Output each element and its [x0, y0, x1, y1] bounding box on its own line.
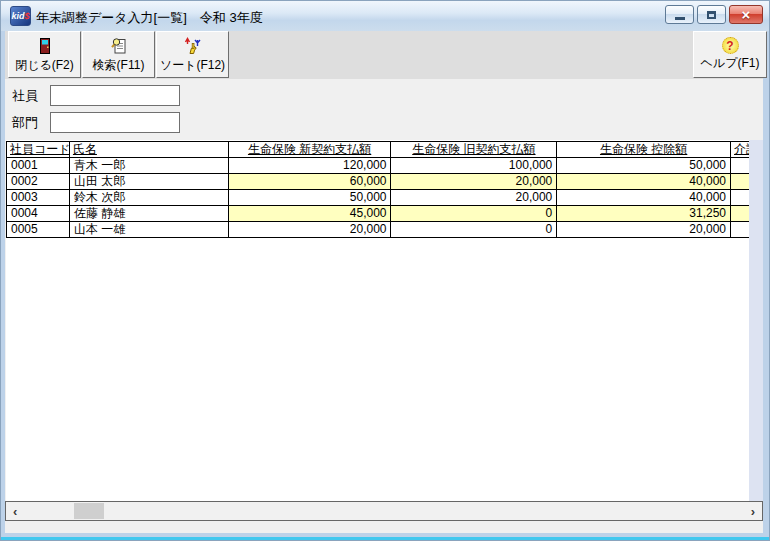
toolbar-button-label: 検索(F11) — [93, 57, 145, 74]
column-header-label: 氏名 — [73, 142, 97, 158]
cell[interactable]: 山本 一雄 — [70, 222, 229, 238]
data-grid: 社員コード氏名生命保険 新契約支払額生命保険 旧契約支払額生命保険 控除額介護 … — [6, 141, 749, 238]
cell[interactable]: 20,000 — [557, 222, 731, 238]
department-label: 部門 — [12, 114, 46, 132]
close-button[interactable]: × — [729, 5, 763, 24]
window-title: 年末調整データ入力[一覧] 令和 3年度 — [36, 9, 263, 27]
panel-right-gutter — [749, 140, 763, 501]
cell[interactable] — [731, 206, 749, 222]
cell[interactable]: 鈴木 次郎 — [70, 190, 229, 206]
cell[interactable]: 20,000 — [391, 174, 557, 190]
table-header: 社員コード氏名生命保険 新契約支払額生命保険 旧契約支払額生命保険 控除額介護 — [6, 141, 749, 158]
department-field-row: 部門 — [12, 112, 46, 133]
employee-field-row: 社員 — [12, 85, 46, 106]
minimize-icon — [675, 17, 685, 20]
title-bar[interactable]: kid$ 年末調整データ入力[一覧] 令和 3年度 × — [1, 1, 770, 31]
employee-input[interactable] — [50, 85, 180, 106]
column-header-3[interactable]: 生命保険 旧契約支払額 — [391, 142, 557, 158]
column-header-2[interactable]: 生命保険 新契約支払額 — [229, 142, 392, 158]
toolbar: 閉じる(F2) 検索(F11) — [5, 31, 763, 79]
column-header-0[interactable]: 社員コード — [7, 142, 70, 158]
door-icon — [35, 36, 55, 56]
table-row: 0004佐藤 静雄45,000031,250 — [6, 206, 749, 222]
cell[interactable]: 佐藤 静雄 — [70, 206, 229, 222]
table-row: 0005山本 一雄20,000020,000 — [6, 222, 749, 238]
search-button[interactable]: 検索(F11) — [82, 31, 155, 78]
cell[interactable]: 50,000 — [229, 190, 392, 206]
cell[interactable]: 31,250 — [557, 206, 731, 222]
cell[interactable]: 青木 一郎 — [70, 158, 229, 174]
close-form-button[interactable]: 閉じる(F2) — [8, 31, 81, 78]
department-input[interactable] — [50, 112, 180, 133]
maximize-button[interactable] — [697, 5, 726, 24]
bottom-accent-line — [1, 537, 770, 540]
horizontal-scrollbar[interactable]: ‹ › — [5, 501, 763, 521]
employee-label: 社員 — [12, 87, 46, 105]
table-row: 0002山田 太郎60,00020,00040,000 — [6, 174, 749, 190]
help-icon: ? — [722, 37, 739, 54]
cell[interactable]: 0005 — [7, 222, 70, 238]
help-button[interactable]: ? ヘルプ(F1) — [693, 31, 767, 78]
cell[interactable] — [731, 222, 749, 238]
list-panel: 社員コード氏名生命保険 新契約支払額生命保険 旧契約支払額生命保険 控除額介護 … — [6, 140, 749, 501]
sort-icon — [183, 36, 203, 56]
cell[interactable]: 山田 太郎 — [70, 174, 229, 190]
toolbar-button-label: ヘルプ(F1) — [701, 55, 760, 72]
table-row: 0001青木 一郎120,000100,00050,000 — [6, 158, 749, 174]
toolbar-button-label: ソート(F12) — [160, 57, 225, 74]
cell[interactable] — [731, 190, 749, 206]
app-logo-text: kid — [11, 11, 24, 21]
cell[interactable]: 100,000 — [391, 158, 557, 174]
column-header-1[interactable]: 氏名 — [70, 142, 229, 158]
column-header-5[interactable]: 介護 — [731, 142, 749, 158]
cell[interactable]: 0001 — [7, 158, 70, 174]
column-header-label: 社員コード — [10, 142, 70, 158]
column-header-label: 介護 — [734, 142, 749, 158]
help-glyph: ? — [726, 39, 733, 53]
scroll-left-arrow[interactable]: ‹ — [13, 503, 17, 520]
app-window: kid$ 年末調整データ入力[一覧] 令和 3年度 × 閉じる(F2) — [0, 0, 770, 541]
table-body: 0001青木 一郎120,000100,00050,0000002山田 太郎60… — [6, 158, 749, 238]
toolbar-button-label: 閉じる(F2) — [15, 57, 74, 74]
cell[interactable]: 45,000 — [229, 206, 392, 222]
cell[interactable]: 40,000 — [557, 174, 731, 190]
cell[interactable]: 0 — [391, 222, 557, 238]
column-header-label: 生命保険 旧契約支払額 — [412, 142, 535, 158]
app-icon: kid$ — [10, 6, 31, 26]
table-row: 0003鈴木 次郎50,00020,00040,000 — [6, 190, 749, 206]
cell[interactable]: 120,000 — [229, 158, 392, 174]
scroll-right-arrow[interactable]: › — [751, 503, 755, 520]
cell[interactable]: 50,000 — [557, 158, 731, 174]
column-header-4[interactable]: 生命保険 控除額 — [557, 142, 731, 158]
sort-button[interactable]: ソート(F12) — [156, 31, 229, 78]
column-header-label: 生命保険 新契約支払額 — [248, 142, 371, 158]
cell[interactable]: 60,000 — [229, 174, 392, 190]
cell[interactable]: 20,000 — [391, 190, 557, 206]
cell[interactable]: 0 — [391, 206, 557, 222]
search-icon — [109, 36, 129, 56]
cell[interactable]: 0003 — [7, 190, 70, 206]
cell[interactable] — [731, 158, 749, 174]
minimize-button[interactable] — [665, 5, 694, 24]
scrollbar-thumb[interactable] — [74, 503, 104, 519]
cell[interactable]: 40,000 — [557, 190, 731, 206]
cell[interactable]: 0004 — [7, 206, 70, 222]
column-header-label: 生命保険 控除額 — [600, 142, 687, 158]
cell[interactable]: 0002 — [7, 174, 70, 190]
cell[interactable] — [731, 174, 749, 190]
client-area: 社員 部門 社員コード氏名生命保険 新契約支払額生命保険 旧契約支払額生命保険 … — [5, 79, 763, 533]
cell[interactable]: 20,000 — [229, 222, 392, 238]
close-icon: × — [742, 6, 751, 23]
maximize-icon — [707, 11, 716, 19]
